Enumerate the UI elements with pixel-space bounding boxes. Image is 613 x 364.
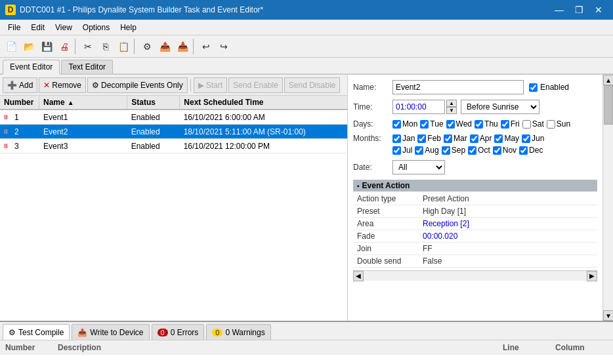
vscroll-thumb[interactable] [604,85,613,125]
cb-thu[interactable] [475,120,483,129]
prop-key-double-send: Double send [353,255,419,268]
label-tue: Tue [430,119,443,129]
col-header-status[interactable]: Status [127,96,180,109]
toolbar-undo[interactable]: ↩ [198,38,215,55]
table-row[interactable]: ⏸ 2 Event2 Enabled 18/10/2021 5:11:00 AM… [0,125,347,139]
menu-help[interactable]: Help [115,22,142,33]
toolbar-save[interactable]: 💾 [38,38,55,55]
time-down[interactable]: ▼ [446,107,457,114]
months-label: Months: [353,134,392,143]
cb-nov[interactable] [493,146,501,155]
close-button[interactable]: ✕ [589,3,608,17]
cb-may[interactable] [494,134,503,143]
toolbar-print[interactable]: 🖨 [56,38,73,55]
col-header-number[interactable]: Number [0,96,39,109]
toolbar-sep2 [134,39,137,54]
cb-fri[interactable] [501,120,509,129]
decompile-button[interactable]: ⚙ Decompile Events Only [87,77,188,93]
prop-val-fade[interactable]: 00:00.020 [419,230,597,243]
time-spinner[interactable]: ▲ ▼ [446,100,457,114]
name-input[interactable] [392,80,524,94]
toolbar-open[interactable]: 📂 [20,38,37,55]
enabled-checkbox[interactable] [529,83,538,92]
cb-apr[interactable] [470,134,478,143]
tab-write-to-device[interactable]: 📤 Write to Device [72,324,149,340]
date-dropdown[interactable]: All 1 Last [392,160,445,174]
results-header: Number Description Line Column [0,340,613,355]
menu-view[interactable]: View [50,22,77,33]
prop-val-double-send[interactable]: False [419,255,597,268]
remove-button[interactable]: ✕ Remove [39,77,86,93]
prop-row: Preset High Day [1] [353,205,597,218]
name-label: Name: [353,83,392,92]
tab-errors[interactable]: 0 0 Errors [152,324,205,340]
toolbar-write[interactable]: 📤 [156,38,173,55]
vscroll-up[interactable]: ▲ [603,75,613,85]
cb-mon[interactable] [392,120,401,129]
table-row[interactable]: ⏸ 1 Event1 Enabled 16/10/2021 6:00:00 AM [0,110,347,125]
prop-table: Action type Preset Action Preset High Da… [353,193,597,268]
toolbar-new[interactable]: 📄 [3,38,20,55]
prop-val-join[interactable]: FF [419,243,597,255]
prop-val-preset[interactable]: High Day [1] [419,205,597,218]
v-scrollbar[interactable]: ▲ ▼ [602,75,613,321]
toolbar-cut[interactable]: ✂ [79,38,96,55]
add-icon: ➕ [7,81,17,90]
cb-jul[interactable] [392,146,401,155]
cb-oct[interactable] [468,146,476,155]
send-disable-button[interactable]: Send Disable [284,77,340,93]
toolbar-copy[interactable]: ⎘ [97,38,114,55]
warning-badge: 0 [212,329,222,336]
start-button[interactable]: ▶ Start [194,77,227,93]
minimize-button[interactable]: — [550,3,568,17]
h-scrollbar[interactable]: ◀ ▶ [353,270,597,281]
time-input[interactable] [392,100,445,114]
collapse-icon[interactable]: ▪ [357,182,360,190]
compile-icon: ⚙ [9,328,16,337]
cb-tue[interactable] [420,120,429,129]
hscroll-left[interactable]: ◀ [353,271,364,281]
restore-button[interactable]: ❐ [570,3,588,17]
prop-val-action-type[interactable]: Preset Action [419,193,597,205]
toolbar-read[interactable]: 📥 [174,38,191,55]
send-enable-button[interactable]: Send Enable [228,77,283,93]
cb-feb[interactable] [417,134,426,143]
menu-file[interactable]: File [3,22,26,33]
tab-event-editor[interactable]: Event Editor [3,60,60,75]
hscroll-right[interactable]: ▶ [587,271,597,281]
row-next-1: 16/10/2021 6:00:00 AM [180,113,347,122]
cb-aug[interactable] [415,146,423,155]
table-row[interactable]: ⏸ 3 Event3 Enabled 16/10/2021 12:00:00 P… [0,139,347,153]
toolbar-paste[interactable]: 📋 [115,38,132,55]
row-icon-3: ⏸ [0,142,12,150]
time-row: Time: ▲ ▼ Before Sunrise After Sunrise B… [353,100,597,114]
menu-edit[interactable]: Edit [26,22,50,33]
toolbar-compile[interactable]: ⚙ [138,38,156,55]
prop-val-area[interactable]: Reception [2] [419,218,597,230]
time-up[interactable]: ▲ [446,100,457,107]
cb-mar[interactable] [444,134,452,143]
cb-wed[interactable] [446,120,455,129]
write-icon: 📤 [77,328,87,337]
menu-options[interactable]: Options [77,22,115,33]
cb-jun[interactable] [522,134,530,143]
cb-dec[interactable] [519,146,528,155]
cb-sat[interactable] [522,120,531,129]
cb-sep[interactable] [442,146,450,155]
cb-sun[interactable] [547,120,555,129]
start-icon: ▶ [198,81,204,90]
col-header-next[interactable]: Next Scheduled Time [180,96,347,109]
tab-text-editor[interactable]: Text Editor [61,60,113,73]
time-dropdown[interactable]: Before Sunrise After Sunrise Before Suns… [461,100,539,114]
add-button[interactable]: ➕ Add [3,77,37,93]
label-fri: Fri [511,119,520,129]
row-name-1: Event1 [39,113,127,122]
col-header-name[interactable]: Name ▲ [39,96,127,109]
table-body: ⏸ 1 Event1 Enabled 16/10/2021 6:00:00 AM… [0,110,347,321]
tab-warnings[interactable]: 0 0 Warnings [206,324,270,340]
tab-test-compile[interactable]: ⚙ Test Compile [3,324,70,340]
label-mon: Mon [402,119,417,129]
cb-jan[interactable] [392,134,401,143]
toolbar-redo[interactable]: ↪ [215,38,232,55]
vscroll-down[interactable]: ▼ [603,310,613,321]
